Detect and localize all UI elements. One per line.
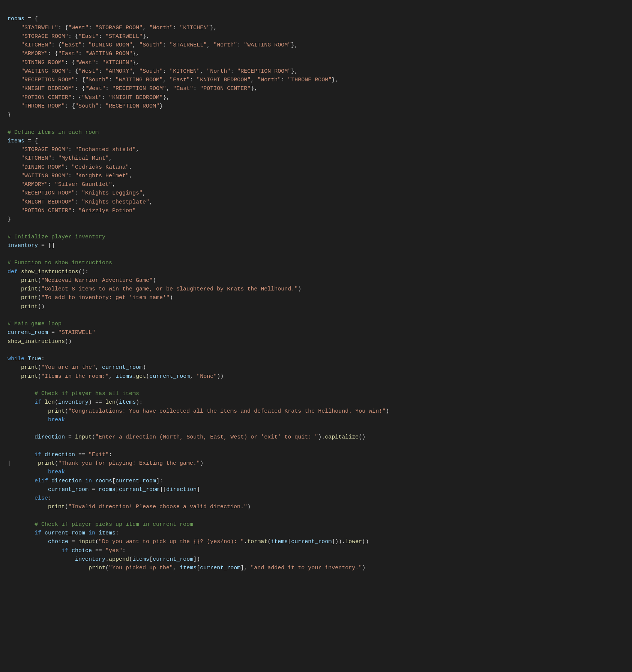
- code-editor: rooms = { "STAIRWELL": {"West": "STORAGE…: [8, 6, 624, 572]
